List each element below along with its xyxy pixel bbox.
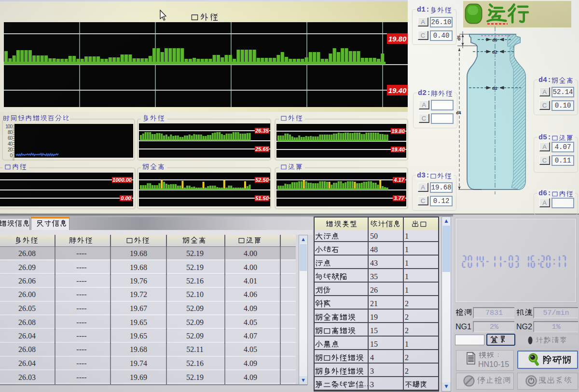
svg-text:d4: d4 (456, 110, 461, 115)
svg-text:d2: d2 (492, 50, 497, 54)
svg-text:d5: d5 (456, 35, 461, 41)
svg-text:d6: d6 (492, 38, 497, 42)
svg-text:d1: d1 (492, 86, 497, 91)
